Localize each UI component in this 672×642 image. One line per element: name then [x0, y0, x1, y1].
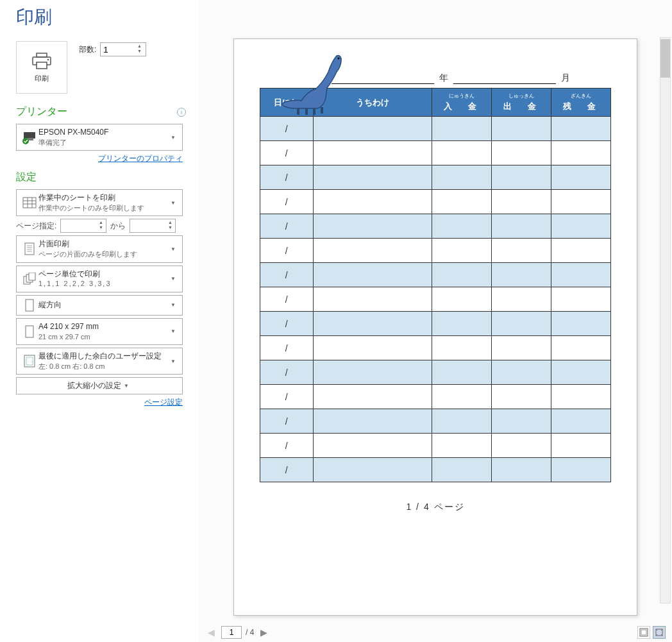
paper-dropdown[interactable]: A4 210 x 297 mm 21 cm x 29.7 cm ▼ — [16, 318, 183, 345]
cell — [313, 190, 432, 214]
prev-page-button[interactable]: ◀ — [205, 627, 217, 638]
cell — [492, 409, 551, 434]
orientation-title: 縦方向 — [38, 300, 168, 310]
th-income: にゅうきん入 金 — [432, 89, 492, 117]
cell — [313, 312, 432, 336]
cell — [492, 190, 551, 214]
cell — [432, 385, 492, 409]
table-row: / — [260, 287, 611, 312]
next-page-button[interactable]: ▶ — [258, 627, 270, 638]
date-cell: / — [260, 141, 314, 165]
info-icon[interactable]: i — [177, 108, 186, 117]
date-cell: / — [260, 312, 314, 336]
paper-icon — [24, 325, 35, 339]
cell — [551, 141, 611, 165]
down-icon[interactable]: ▼ — [97, 225, 105, 230]
table-row: / — [260, 360, 611, 385]
cell — [551, 360, 611, 385]
th-expense: しゅっきん出 金 — [492, 89, 551, 117]
cell — [432, 190, 492, 214]
print-scope-title: 作業中のシートを印刷 — [38, 192, 168, 203]
chevron-down-icon: ▼ — [168, 200, 178, 206]
paper-title: A4 210 x 297 mm — [38, 321, 168, 332]
sides-sub: ページの片面のみを印刷します — [38, 249, 168, 259]
page-from-input[interactable]: ▲▼ — [60, 219, 106, 233]
scaling-dropdown[interactable]: 拡大縮小の設定 ▼ — [16, 377, 183, 394]
date-cell: / — [260, 360, 314, 385]
cell — [313, 458, 432, 482]
table-row: / — [260, 336, 611, 360]
nav-bar: ◀ / 4 ▶ — [199, 623, 672, 642]
chevron-down-icon: ▼ — [168, 276, 178, 282]
margins-sub: 左: 0.8 cm 右: 0.8 cm — [38, 362, 168, 371]
table-row: / — [260, 458, 611, 482]
collate-icon — [22, 273, 37, 285]
svg-rect-0 — [37, 53, 47, 57]
copies-value[interactable] — [103, 45, 129, 55]
page-to-input[interactable]: ▲▼ — [130, 219, 176, 233]
table-row: / — [260, 214, 611, 239]
copies-input[interactable]: ▲ ▼ — [100, 42, 146, 56]
printer-properties-link[interactable]: プリンターのプロパティ — [98, 154, 183, 163]
cell — [313, 214, 432, 239]
svg-point-24 — [338, 58, 340, 60]
down-icon[interactable]: ▼ — [166, 225, 174, 230]
svg-rect-12 — [25, 243, 34, 255]
date-cell: / — [260, 434, 314, 458]
cell — [551, 385, 611, 409]
cell — [551, 165, 611, 190]
svg-rect-30 — [641, 630, 646, 635]
chevron-down-icon: ▼ — [168, 328, 178, 334]
cell — [492, 239, 551, 263]
collate-dropdown[interactable]: ページ単位で印刷 1,1,1 2,2,2 3,3,3 ▼ — [16, 266, 183, 292]
cell — [313, 165, 432, 190]
margins-dropdown[interactable]: 最後に適用した余白のユーザー設定 左: 0.8 cm 右: 0.8 cm ▼ — [16, 348, 183, 375]
cell — [492, 165, 551, 190]
table-row: / — [260, 141, 611, 165]
cell — [492, 434, 551, 458]
zoom-to-page-button[interactable] — [653, 626, 666, 639]
cell — [313, 287, 432, 312]
sides-dropdown[interactable]: 片面印刷 ページの片面のみを印刷します ▼ — [16, 235, 183, 262]
cell — [432, 434, 492, 458]
year-label: 年 — [439, 72, 448, 84]
date-cell: / — [260, 458, 314, 482]
page-footer: 1 / 4 ページ — [260, 502, 611, 513]
date-cell: / — [260, 214, 314, 239]
cell — [432, 165, 492, 190]
cell — [551, 214, 611, 239]
cell — [432, 117, 492, 141]
svg-point-3 — [47, 58, 49, 60]
cell — [492, 287, 551, 312]
page-setup-link[interactable]: ページ設定 — [144, 398, 183, 407]
vertical-scrollbar[interactable] — [660, 37, 671, 604]
cell — [551, 287, 611, 312]
scrollbar-thumb[interactable] — [660, 39, 670, 78]
copies-down-icon[interactable]: ▼ — [135, 49, 143, 54]
cell — [313, 360, 432, 385]
page-single-icon — [23, 242, 36, 256]
svg-rect-7 — [23, 198, 36, 208]
up-icon[interactable]: ▲ — [97, 220, 105, 225]
preview-area: 年 月 — [199, 0, 672, 642]
page-number-input[interactable] — [221, 626, 242, 639]
margins-title: 最後に適用した余白のユーザー設定 — [38, 351, 168, 362]
copies-up-icon[interactable]: ▲ — [135, 44, 143, 49]
svg-rect-4 — [24, 132, 35, 139]
cell — [432, 287, 492, 312]
chevron-down-icon: ▼ — [168, 359, 178, 364]
cell — [432, 214, 492, 239]
print-button-label: 印刷 — [35, 74, 49, 83]
printer-dropdown[interactable]: EPSON PX-M5040F 準備完了 ▼ — [16, 124, 183, 151]
cell — [551, 458, 611, 482]
table-row: / — [260, 165, 611, 190]
orientation-dropdown[interactable]: 縦方向 ▼ — [16, 295, 183, 316]
print-button[interactable]: 印刷 — [16, 41, 67, 94]
svg-rect-20 — [26, 300, 33, 311]
view-margins-button[interactable] — [637, 626, 650, 639]
cell — [492, 117, 551, 141]
up-icon[interactable]: ▲ — [166, 220, 174, 225]
page-range-label: ページ指定: — [16, 221, 56, 232]
print-scope-dropdown[interactable]: 作業中のシートを印刷 作業中のシートのみを印刷します ▼ — [16, 189, 183, 216]
date-cell: / — [260, 263, 314, 287]
